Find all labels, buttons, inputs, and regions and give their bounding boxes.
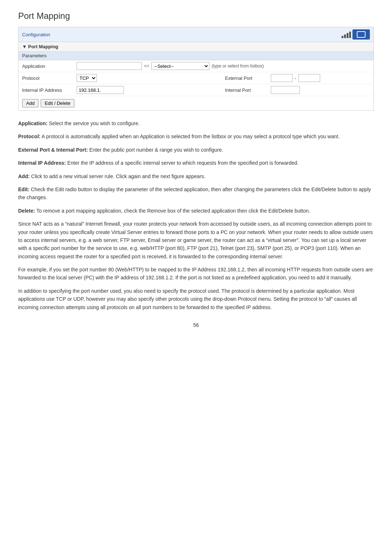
page-title: Port Mapping bbox=[18, 11, 374, 21]
description-section: Application: Select the service you wish… bbox=[18, 119, 374, 311]
ip-input[interactable] bbox=[77, 86, 124, 94]
protocol2-desc-text: In addition to specifying the port numbe… bbox=[18, 288, 357, 310]
internal-ip-desc-text: Enter the IP address of a specific inter… bbox=[66, 160, 298, 166]
section-label: ▼ Port Mapping bbox=[19, 42, 373, 52]
config-box: Configuration ▼ Port Mapping Parameters … bbox=[18, 27, 374, 111]
hint-text: (type or select from listbox) bbox=[212, 63, 264, 69]
application-input[interactable] bbox=[77, 62, 142, 70]
add-desc: Add: Click to add a new virtual server r… bbox=[18, 172, 374, 180]
external-port-input-2[interactable] bbox=[298, 74, 320, 82]
internal-port-input[interactable] bbox=[271, 86, 300, 94]
application-row: Application << --Select-- (type or selec… bbox=[19, 60, 373, 72]
header-icons bbox=[342, 29, 370, 40]
page-number: 56 bbox=[18, 322, 374, 328]
external-port-input-1[interactable] bbox=[271, 74, 293, 82]
config-header: Configuration bbox=[19, 27, 373, 42]
ip-field bbox=[77, 86, 221, 94]
internal-port-field: Internal Port bbox=[225, 86, 370, 94]
internal-ip-desc: Internal IP Address: Enter the IP addres… bbox=[18, 159, 374, 167]
add-term: Add: bbox=[18, 173, 30, 179]
params-label: Parameters bbox=[19, 52, 373, 60]
ip-row: Internal IP Address Internal Port bbox=[19, 84, 373, 96]
example-desc-text: For example, if you set the port number … bbox=[18, 267, 373, 280]
delete-desc: Delete: To remove a port mapping applica… bbox=[18, 207, 374, 215]
application-desc-text: Select the service you wish to configure… bbox=[48, 120, 140, 126]
add-button[interactable]: Add bbox=[22, 99, 38, 107]
external-port-desc: External Port & Internal Port: Enter the… bbox=[18, 146, 374, 154]
external-port-label: External Port bbox=[225, 75, 269, 81]
protocol-row: Protocol TCP UDP All External Port - bbox=[19, 72, 373, 84]
protocol-term: Protocol: bbox=[18, 134, 40, 139]
arrow-button[interactable]: << bbox=[144, 63, 149, 69]
add-desc-text: Click to add a new virtual server rule. … bbox=[30, 173, 205, 179]
protocol-select[interactable]: TCP UDP All bbox=[77, 74, 97, 82]
protocol-label: Protocol bbox=[22, 75, 73, 81]
internal-port-label: Internal Port bbox=[225, 87, 269, 93]
nat-desc: Since NAT acts as a “natural” Internet f… bbox=[18, 220, 374, 260]
protocol2-desc: In addition to specifying the port numbe… bbox=[18, 287, 374, 311]
application-term: Application: bbox=[18, 120, 48, 126]
external-port-desc-text: Enter the public port number & range you… bbox=[88, 147, 223, 153]
application-desc: Application: Select the service you wish… bbox=[18, 119, 374, 127]
external-port-term: External Port & Internal Port: bbox=[18, 147, 88, 153]
protocol-field: TCP UDP All bbox=[77, 74, 221, 82]
application-select[interactable]: --Select-- bbox=[151, 62, 209, 70]
delete-term: Delete: bbox=[18, 208, 35, 214]
delete-desc-text: To remove a port mapping application, ch… bbox=[35, 208, 310, 214]
protocol-desc-text: A protocol is automatically applied when… bbox=[40, 134, 339, 139]
network-icon bbox=[352, 29, 370, 40]
application-field: << --Select-- (type or select from listb… bbox=[77, 62, 370, 70]
protocol-desc: Protocol: A protocol is automatically ap… bbox=[18, 132, 374, 140]
edit-desc: Edit: Check the Edit radio button to dis… bbox=[18, 185, 374, 202]
internal-ip-label: Internal IP Address bbox=[22, 87, 73, 93]
edit-desc-text: Check the Edit radio button to display t… bbox=[18, 186, 371, 200]
button-row: Add Edit / Delete bbox=[19, 96, 373, 110]
edit-delete-button[interactable]: Edit / Delete bbox=[41, 99, 74, 107]
nat-desc-text: Since NAT acts as a “natural” Internet f… bbox=[18, 221, 373, 259]
example-desc: For example, if you set the port number … bbox=[18, 266, 374, 282]
signal-icon bbox=[342, 31, 351, 38]
port-separator: - bbox=[295, 75, 296, 81]
edit-term: Edit: bbox=[18, 186, 29, 192]
config-header-title: Configuration bbox=[22, 32, 50, 37]
internal-ip-term: Internal IP Address: bbox=[18, 160, 66, 166]
external-port-field: External Port - bbox=[225, 74, 370, 82]
application-label: Application bbox=[22, 63, 73, 69]
